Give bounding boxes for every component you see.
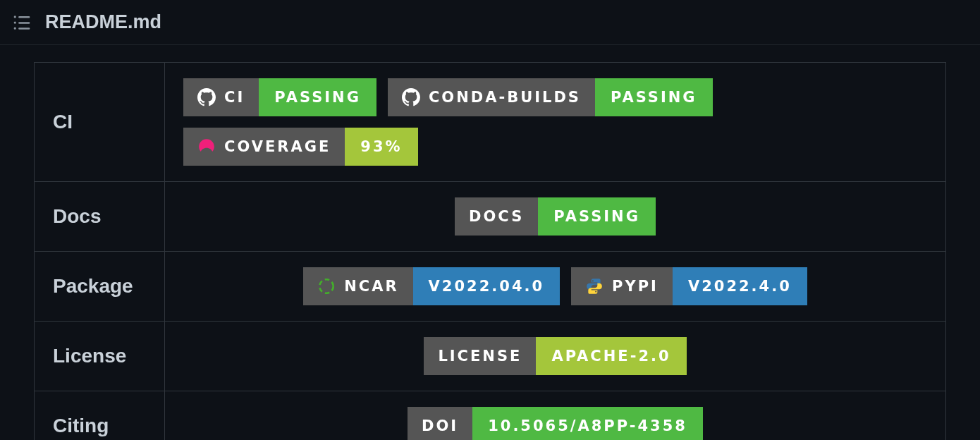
table-row-ci: CI CI PASSING (35, 63, 946, 182)
conda-icon (317, 277, 336, 295)
badge-value: 93% (345, 128, 417, 166)
badge-license[interactable]: LICENSE APACHE-2.0 (424, 337, 686, 375)
badge-coverage[interactable]: COVERAGE 93% (183, 128, 418, 166)
badge-label: NCAR (344, 278, 398, 295)
badge-doi[interactable]: DOI 10.5065/A8PP-4358 (408, 407, 703, 440)
badge-label: COVERAGE (224, 138, 331, 155)
badge-label: CI (224, 89, 245, 106)
codecov-icon (197, 138, 216, 156)
badge-conda-builds[interactable]: CONDA-BUILDS PASSING (388, 78, 713, 116)
badge-label: DOCS (469, 208, 524, 225)
table-row-package: Package NCAR V2022.04.0 (35, 252, 946, 322)
badge-label: PYPI (612, 278, 659, 295)
row-label-docs: Docs (35, 182, 165, 252)
badge-ci[interactable]: CI PASSING (183, 78, 376, 116)
badge-pypi[interactable]: PYPI V2022.4.0 (571, 267, 807, 305)
table-row-license: License LICENSE APACHE-2.0 (35, 322, 946, 391)
svg-point-0 (319, 279, 333, 293)
badge-value: V2022.4.0 (673, 267, 807, 305)
badge-label: LICENSE (438, 348, 522, 365)
readme-content: CI CI PASSING (0, 45, 980, 440)
row-label-ci: CI (35, 63, 165, 182)
badge-value: APACHE-2.0 (536, 337, 686, 375)
badge-value: PASSING (538, 197, 656, 236)
github-icon (197, 88, 216, 106)
row-label-license: License (35, 322, 165, 391)
badge-conda[interactable]: NCAR V2022.04.0 (303, 267, 560, 305)
badges-table: CI CI PASSING (34, 62, 946, 440)
python-icon (585, 277, 604, 295)
table-row-docs: Docs DOCS PASSING (35, 182, 946, 252)
file-name[interactable]: README.md (45, 11, 161, 33)
row-label-citing: Citing (35, 391, 165, 441)
badge-value: PASSING (259, 78, 376, 116)
badge-value: 10.5065/A8PP-4358 (472, 407, 703, 440)
toc-icon[interactable] (13, 13, 31, 32)
badge-value: V2022.04.0 (413, 267, 561, 305)
table-row-citing: Citing DOI 10.5065/A8PP-4358 (35, 391, 946, 441)
row-label-package: Package (35, 252, 165, 322)
github-icon (402, 88, 420, 106)
badge-label: DOI (422, 417, 458, 434)
badge-docs[interactable]: DOCS PASSING (455, 197, 656, 236)
badge-label: CONDA-BUILDS (429, 89, 581, 106)
badge-value: PASSING (595, 78, 713, 116)
file-header: README.md (0, 0, 980, 45)
